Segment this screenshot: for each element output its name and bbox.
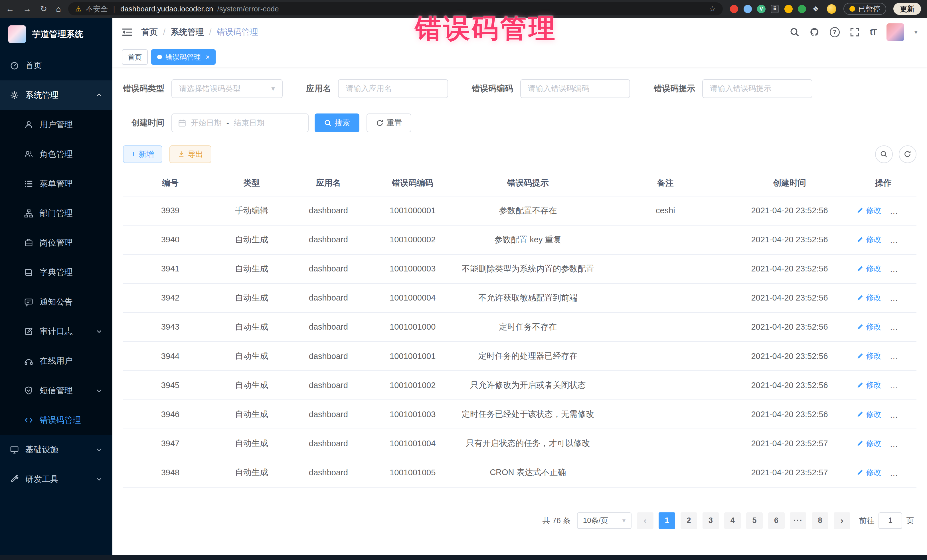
- breadcrumb: 首页 / 系统管理 / 错误码管理: [141, 27, 258, 38]
- sidebar-item-menu-management[interactable]: 菜单管理: [0, 169, 112, 199]
- export-button[interactable]: 导出: [169, 146, 211, 163]
- error-msg-input[interactable]: [702, 79, 812, 98]
- edit-link[interactable]: 修改: [857, 409, 881, 419]
- bookmark-star-icon[interactable]: ☆: [709, 4, 716, 14]
- edit-link[interactable]: 修改: [857, 467, 881, 478]
- search-icon[interactable]: [790, 27, 799, 37]
- book-icon: [24, 268, 33, 277]
- home-icon[interactable]: ⌂: [56, 4, 61, 14]
- url-domain: dashboard.yudao.iocoder.cn: [120, 5, 213, 13]
- sidebar-item-home[interactable]: 首页: [0, 51, 112, 80]
- user-icon: [24, 120, 33, 129]
- cell-time: 2021-04-20 23:52:56: [729, 400, 850, 429]
- sidebar-item-error-code-management[interactable]: 错误码管理: [0, 405, 112, 435]
- sidebar-item-online-users[interactable]: 在线用户: [0, 346, 112, 376]
- prev-page-button[interactable]: ‹: [637, 512, 653, 529]
- goto-suffix: 页: [906, 516, 914, 526]
- page-button-6[interactable]: 6: [768, 512, 785, 529]
- hamburger-icon[interactable]: [122, 27, 132, 37]
- edit-link[interactable]: 修改: [857, 205, 881, 216]
- extension-icon[interactable]: [798, 5, 806, 13]
- sidebar-item-dev-tools[interactable]: 研发工具: [0, 464, 112, 494]
- tab-首页[interactable]: 首页: [122, 49, 148, 65]
- add-button[interactable]: + 新增: [123, 146, 162, 163]
- toggle-search-icon[interactable]: [875, 146, 893, 163]
- cell-app: dashboard: [286, 284, 371, 313]
- sidebar: 芋道管理系统 首页系统管理用户管理角色管理菜单管理部门管理岗位管理字典管理通知公…: [0, 18, 112, 560]
- cell-memo: [602, 313, 729, 341]
- app-logo[interactable]: 芋道管理系统: [0, 18, 112, 51]
- goto-prefix: 前往: [859, 516, 874, 526]
- security-label: 不安全: [85, 4, 108, 14]
- extension-icon[interactable]: [784, 5, 793, 13]
- reload-icon[interactable]: ↻: [40, 4, 47, 14]
- page-button-2[interactable]: 2: [681, 512, 697, 529]
- page-size-select[interactable]: 10条/页 ▾: [577, 512, 632, 529]
- reset-button[interactable]: 重置: [366, 114, 411, 132]
- edit-link[interactable]: 修改: [857, 351, 881, 361]
- extensions-grid-icon[interactable]: ⠿: [771, 5, 779, 13]
- github-icon[interactable]: [810, 27, 819, 37]
- edit-link[interactable]: 修改: [857, 264, 881, 274]
- sidebar-item-system-management[interactable]: 系统管理: [0, 80, 112, 110]
- edit-link[interactable]: 修改: [857, 234, 881, 244]
- help-icon[interactable]: ?: [830, 27, 840, 37]
- search-button[interactable]: 搜索: [315, 114, 359, 132]
- address-bar[interactable]: ⚠ 不安全 | dashboard.yudao.iocoder.cn/syste…: [68, 2, 723, 15]
- chevron-down-icon[interactable]: ▾: [914, 28, 917, 36]
- tool-icon: [10, 475, 19, 484]
- sidebar-item-user-management[interactable]: 用户管理: [0, 110, 112, 140]
- edit-link[interactable]: 修改: [857, 293, 881, 303]
- date-range-picker[interactable]: 开始日期 - 结束日期: [172, 114, 308, 132]
- edit-link[interactable]: 修改: [857, 380, 881, 390]
- back-icon[interactable]: ←: [6, 4, 14, 14]
- table-row: 3943自动生成dashboard1001001000定时任务不存在2021-0…: [123, 313, 916, 341]
- puzzle-extensions-icon[interactable]: ❖: [812, 5, 820, 13]
- edit-link[interactable]: 修改: [857, 322, 881, 332]
- edit-link[interactable]: 修改: [857, 438, 881, 449]
- close-icon[interactable]: ×: [206, 53, 210, 61]
- error-code-input[interactable]: [520, 79, 631, 98]
- chevron-up-icon: [96, 92, 102, 99]
- vue-devtools-icon[interactable]: V: [757, 5, 765, 13]
- sidebar-item-role-management[interactable]: 角色管理: [0, 140, 112, 169]
- warning-icon: ⚠: [75, 5, 82, 13]
- refresh-table-icon[interactable]: [899, 146, 916, 163]
- cell-type: 自动生成: [217, 429, 286, 458]
- cell-type: 自动生成: [217, 284, 286, 313]
- breadcrumb-system[interactable]: 系统管理: [171, 27, 204, 38]
- error-type-select[interactable]: 请选择错误码类型 ▾: [172, 79, 283, 98]
- forward-icon[interactable]: →: [23, 4, 31, 14]
- browser-profile-avatar[interactable]: [827, 4, 836, 14]
- extension-icon[interactable]: [744, 5, 752, 13]
- page-button-5[interactable]: 5: [746, 512, 763, 529]
- paused-badge[interactable]: 已暂停: [843, 3, 886, 15]
- sidebar-item-infrastructure[interactable]: 基础设施: [0, 435, 112, 464]
- page-button-4[interactable]: 4: [724, 512, 741, 529]
- app-name-input[interactable]: [338, 79, 448, 98]
- user-avatar[interactable]: [886, 23, 904, 41]
- sidebar-item-dept-management[interactable]: 部门管理: [0, 199, 112, 228]
- page-ellipsis[interactable]: ···: [790, 512, 806, 529]
- browser-update-button[interactable]: 更新: [894, 3, 921, 15]
- sidebar-item-dict-management[interactable]: 字典管理: [0, 258, 112, 287]
- sidebar-item-notice-announcement[interactable]: 通知公告: [0, 287, 112, 317]
- cell-memo: [602, 458, 729, 487]
- fullscreen-icon[interactable]: [850, 27, 860, 37]
- sidebar-item-post-management[interactable]: 岗位管理: [0, 228, 112, 258]
- font-size-icon[interactable]: tT: [870, 27, 877, 37]
- page-button-1[interactable]: 1: [659, 512, 675, 529]
- page-button-8[interactable]: 8: [812, 512, 828, 529]
- cell-code: 1001000002: [371, 225, 454, 254]
- app-title: 芋道管理系统: [32, 29, 83, 40]
- tab-错误码管理[interactable]: 错误码管理×: [151, 49, 216, 65]
- col-time: 创建时间: [729, 170, 850, 196]
- sidebar-item-audit-log[interactable]: 审计日志: [0, 317, 112, 346]
- extension-icon[interactable]: [730, 5, 738, 13]
- page-button-3[interactable]: 3: [702, 512, 719, 529]
- sidebar-item-sms-management[interactable]: 短信管理: [0, 376, 112, 405]
- chevron-down-icon: [96, 446, 102, 453]
- next-page-button[interactable]: ›: [834, 512, 850, 529]
- breadcrumb-home[interactable]: 首页: [141, 27, 158, 38]
- goto-page-input[interactable]: [878, 512, 902, 529]
